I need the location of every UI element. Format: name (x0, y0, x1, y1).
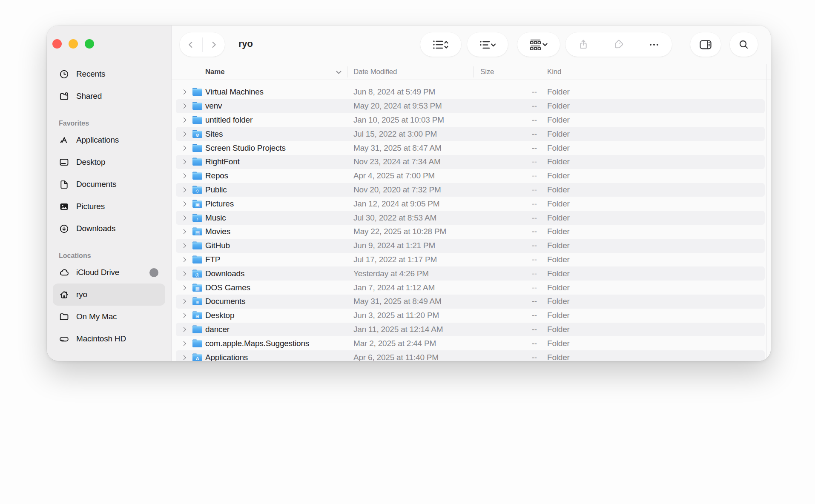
sidebar-item-shared[interactable]: Shared (53, 85, 165, 107)
disclosure-chevron-icon[interactable] (182, 300, 186, 304)
table-row[interactable]: ◎ Downloads Yesterday at 4:26 PM -- Fold… (176, 266, 765, 281)
sidebar-section-header: Locations (59, 252, 171, 260)
ellipsis-icon (649, 39, 660, 50)
disclosure-chevron-icon[interactable] (182, 202, 186, 206)
table-row[interactable]: com.apple.Maps.Suggestions Mar 2, 2025 a… (176, 336, 765, 350)
file-name: FTP (205, 255, 220, 264)
sidebar-item-on-my-mac[interactable]: On My Mac (53, 306, 165, 328)
grouping-button[interactable] (517, 32, 560, 57)
column-divider[interactable] (541, 66, 541, 77)
file-date-modified: Jun 3, 2025 at 11:20 PM (353, 311, 439, 320)
disclosure-chevron-icon[interactable] (182, 132, 186, 136)
folder-badge-icon (192, 340, 203, 348)
column-divider[interactable] (474, 66, 474, 77)
sidebar-item-label: Applications (76, 135, 119, 145)
table-row[interactable]: RightFont Nov 23, 2024 at 7:34 AM -- Fol… (176, 155, 765, 169)
column-size[interactable]: Size (480, 68, 494, 76)
close-button[interactable] (52, 39, 62, 49)
table-row[interactable]: ♪ Music Jul 30, 2022 at 8:53 AM -- Folde… (176, 211, 765, 225)
disclosure-chevron-icon[interactable] (182, 230, 186, 234)
zoom-button[interactable] (85, 39, 94, 49)
table-row[interactable]: Repos Apr 4, 2025 at 7:00 PM -- Folder (176, 169, 765, 183)
sort-order-button[interactable] (420, 32, 461, 57)
disclosure-chevron-icon[interactable] (182, 188, 186, 192)
main-pane: ryo (172, 26, 771, 361)
table-row[interactable]: ⊘ Sites Jul 15, 2022 at 3:00 PM -- Folde… (176, 127, 765, 141)
table-row[interactable]: A Applications Apr 6, 2025 at 11:40 PM -… (176, 350, 765, 361)
file-size: -- (431, 171, 537, 180)
table-row[interactable]: ⊟ Desktop Jun 3, 2025 at 11:20 PM -- Fol… (176, 309, 765, 323)
table-row[interactable]: ◇ Public Nov 20, 2020 at 7:32 PM -- Fold… (176, 183, 765, 197)
file-name: Sites (205, 129, 223, 139)
table-row[interactable]: ▤ Movies May 22, 2025 at 10:28 PM -- Fol… (176, 225, 765, 239)
sidebar-item-pictures[interactable]: Pictures (53, 195, 165, 218)
sidebar-item-ryo[interactable]: ryo (53, 284, 165, 306)
file-size: -- (431, 199, 537, 209)
list-view-icon (479, 39, 496, 50)
disclosure-chevron-icon[interactable] (182, 327, 186, 331)
toggle-sidebar-button[interactable] (690, 32, 721, 57)
disclosure-chevron-icon[interactable] (182, 146, 186, 150)
disclosure-chevron-icon[interactable] (182, 90, 186, 94)
table-row[interactable]: GitHub Jun 9, 2024 at 1:21 PM -- Folder (176, 239, 765, 253)
disclosure-chevron-icon[interactable] (182, 104, 186, 108)
column-header-row: Name Date Modified Size Kind (172, 64, 771, 80)
table-row[interactable]: Screen Studio Projects May 31, 2025 at 8… (176, 141, 765, 155)
sidebar-toggle-icon (699, 39, 712, 51)
table-row[interactable]: FTP Jul 17, 2022 at 1:17 PM -- Folder (176, 253, 765, 267)
table-row[interactable]: ≡ Documents May 31, 2025 at 8:49 AM -- F… (176, 295, 765, 309)
column-name[interactable]: Name (205, 68, 225, 76)
disclosure-chevron-icon[interactable] (182, 160, 186, 164)
sidebar-item-icloud-drive[interactable]: iCloud Drive (53, 261, 165, 284)
column-date-modified[interactable]: Date Modified (353, 68, 397, 76)
folder-icon: ▣ (192, 199, 203, 208)
back-button[interactable] (180, 32, 202, 57)
disclosure-chevron-icon[interactable] (182, 272, 186, 275)
sidebar-item-downloads[interactable]: Downloads (53, 218, 165, 240)
disclosure-chevron-icon[interactable] (182, 355, 186, 359)
disclosure-chevron-icon[interactable] (182, 314, 186, 318)
table-row[interactable]: untitled folder Jan 10, 2025 at 10:03 PM… (176, 113, 765, 127)
disclosure-chevron-icon[interactable] (182, 341, 186, 345)
disclosure-chevron-icon[interactable] (182, 258, 186, 261)
file-name: Screen Studio Projects (205, 143, 286, 153)
sidebar-item-applications[interactable]: Applications (53, 129, 165, 151)
minimize-button[interactable] (69, 39, 78, 49)
disclosure-chevron-icon[interactable] (182, 286, 186, 289)
view-options-button[interactable] (467, 32, 508, 57)
share-button[interactable] (565, 32, 601, 57)
forward-button[interactable] (203, 32, 225, 57)
folder-icon (192, 241, 203, 250)
search-button[interactable] (730, 32, 758, 57)
file-date-modified: May 31, 2025 at 8:47 AM (353, 143, 442, 153)
scrollbar-track[interactable] (766, 64, 767, 361)
file-list: Virtual Machines Jun 8, 2024 at 5:49 PM … (172, 85, 771, 361)
sidebar-item-label: ryo (76, 290, 87, 299)
sidebar-item-macintosh-hd[interactable]: Macintosh HD (53, 328, 165, 350)
sidebar-item-label: Macintosh HD (76, 334, 126, 344)
sidebar-item-recents[interactable]: Recents (53, 63, 165, 85)
column-kind[interactable]: Kind (547, 68, 561, 76)
table-row[interactable]: dancer Jan 11, 2025 at 12:14 AM -- Folde… (176, 323, 765, 337)
sidebar-item-desktop[interactable]: Desktop (53, 151, 165, 173)
sidebar-item-label: iCloud Drive (76, 268, 119, 277)
disclosure-chevron-icon[interactable] (182, 216, 186, 220)
document-icon (59, 179, 69, 190)
folder-badge-icon: A (192, 354, 203, 361)
disclosure-chevron-icon[interactable] (182, 174, 186, 178)
file-name: venv (205, 101, 222, 111)
disclosure-chevron-icon[interactable] (182, 244, 186, 248)
tag-button[interactable] (601, 32, 636, 57)
sidebar-item-documents[interactable]: Documents (53, 173, 165, 195)
sync-status-dot (149, 268, 158, 277)
column-divider[interactable] (347, 66, 347, 77)
file-kind: Folder (547, 199, 570, 209)
file-name: dancer (205, 325, 230, 334)
table-row[interactable]: ▣ Pictures Jan 12, 2024 at 9:05 PM -- Fo… (176, 197, 765, 211)
folder-badge-icon (192, 117, 203, 124)
table-row[interactable]: venv May 20, 2024 at 9:53 PM -- Folder (176, 99, 765, 113)
disclosure-chevron-icon[interactable] (182, 118, 186, 122)
table-row[interactable]: ▦ DOS Games Jan 7, 2024 at 1:12 AM -- Fo… (176, 281, 765, 295)
more-button[interactable] (637, 32, 672, 57)
table-row[interactable]: Virtual Machines Jun 8, 2024 at 5:49 PM … (176, 85, 765, 99)
